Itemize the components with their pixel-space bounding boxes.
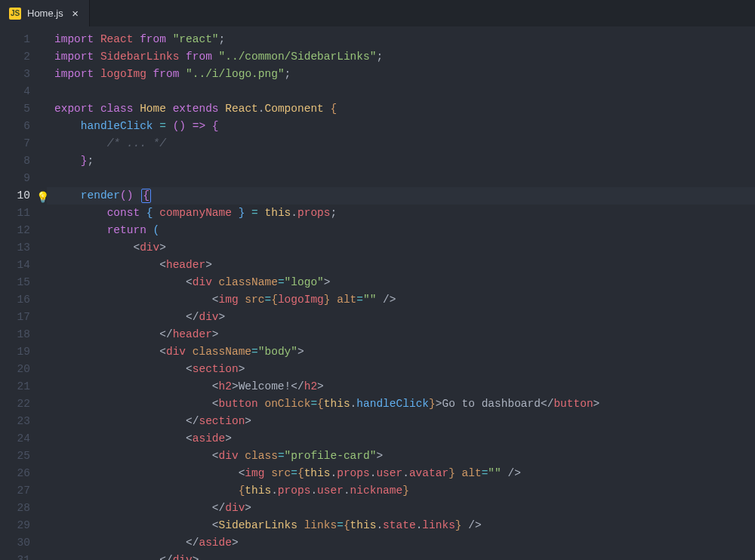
- code-line[interactable]: <div className="logo">: [47, 274, 755, 291]
- token: .: [310, 485, 317, 497]
- token: "../i/logo.png": [186, 68, 285, 80]
- token: from: [140, 33, 166, 45]
- file-tab[interactable]: JS Home.js ×: [0, 0, 90, 26]
- token: this: [264, 207, 291, 219]
- token: }: [455, 519, 462, 531]
- code-line[interactable]: handleClick = () => {: [47, 118, 755, 135]
- line-number: 4: [0, 83, 30, 100]
- token: [455, 467, 462, 479]
- token: aside: [193, 432, 226, 445]
- code-line[interactable]: </div>: [47, 552, 755, 560]
- token: >: [205, 259, 212, 271]
- token: [264, 467, 271, 479]
- code-line[interactable]: </div>: [47, 309, 755, 326]
- token: [212, 276, 219, 288]
- code-line[interactable]: import logoImg from "../i/logo.png";: [47, 66, 755, 83]
- token: .: [271, 485, 278, 497]
- token: }: [81, 155, 88, 167]
- token: >: [297, 346, 304, 358]
- token: "": [488, 467, 501, 479]
- token: <: [159, 346, 166, 358]
- token: (: [120, 189, 127, 202]
- code-line[interactable]: export class Home extends React.Componen…: [47, 100, 755, 118]
- token: {: [344, 519, 350, 531]
- token: ;: [88, 155, 94, 167]
- token: "../common/SidebarLinks": [219, 51, 377, 63]
- code-line[interactable]: <img src={logoImg} alt="" />: [47, 291, 755, 309]
- token: class: [100, 103, 134, 115]
- code-line[interactable]: render() {: [47, 187, 755, 205]
- token: [54, 398, 212, 410]
- token: [324, 103, 331, 115]
- token: >: [232, 537, 239, 549]
- token: logoImg: [278, 294, 324, 306]
- token: <: [186, 432, 193, 445]
- code-line[interactable]: <SidebarLinks links={this.state.links} /…: [47, 517, 755, 534]
- token: =: [278, 276, 285, 288]
- code-line[interactable]: <div>: [47, 239, 755, 257]
- code-line[interactable]: </div>: [47, 500, 755, 517]
- token: src: [271, 467, 291, 479]
- token: [54, 537, 186, 549]
- token: <: [212, 519, 219, 531]
- token: ;: [219, 33, 226, 45]
- token: from: [153, 68, 180, 80]
- token: </: [291, 380, 304, 392]
- code-area[interactable]: import React from "react";import Sidebar…: [47, 26, 755, 560]
- token: [54, 276, 186, 288]
- token: {: [331, 103, 337, 115]
- token: </: [159, 328, 172, 340]
- code-line[interactable]: <aside>: [47, 430, 755, 448]
- token: .: [376, 519, 383, 531]
- token: "profile-card": [285, 450, 377, 462]
- code-line[interactable]: import React from "react";: [47, 31, 755, 48]
- token: />: [462, 519, 482, 531]
- code-line[interactable]: <header>: [47, 257, 755, 274]
- token: avatar: [409, 467, 448, 479]
- code-line[interactable]: <img src={this.props.user.avatar} alt=""…: [47, 465, 755, 482]
- code-line[interactable]: <section>: [47, 361, 755, 378]
- code-line[interactable]: [47, 83, 755, 100]
- code-line[interactable]: };: [47, 152, 755, 170]
- token: img: [245, 467, 264, 479]
- code-line[interactable]: <button onClick={this.handleClick}>Go to…: [47, 395, 755, 413]
- token: nickname: [350, 485, 403, 497]
- line-number: 25: [0, 448, 30, 465]
- token: .: [350, 398, 357, 410]
- line-number: 29: [0, 517, 30, 534]
- token: .: [258, 103, 265, 115]
- token: {: [271, 294, 278, 306]
- token: Welcome!: [239, 380, 291, 392]
- close-icon[interactable]: ×: [69, 8, 82, 20]
- code-line[interactable]: <h2>Welcome!</h2>: [47, 378, 755, 395]
- line-number: 22: [0, 395, 30, 413]
- token: [54, 363, 186, 375]
- token: [133, 103, 140, 115]
- code-line[interactable]: </header>: [47, 326, 755, 343]
- tab-filename: Home.js: [27, 8, 63, 19]
- token: const: [107, 207, 140, 219]
- code-line[interactable]: import SidebarLinks from "../common/Side…: [47, 48, 755, 66]
- token: >: [219, 311, 226, 323]
- code-line[interactable]: {this.props.user.nickname}: [47, 482, 755, 500]
- code-line[interactable]: const { companyName } = this.props;: [47, 205, 755, 222]
- token: >: [593, 398, 600, 410]
- code-line[interactable]: <div className="body">: [47, 343, 755, 361]
- code-line[interactable]: /* ... */: [47, 135, 755, 152]
- code-line[interactable]: return (: [47, 222, 755, 239]
- line-number: 2: [0, 48, 30, 66]
- token: logoImg: [100, 68, 146, 80]
- token: props: [297, 207, 331, 219]
- code-line[interactable]: </section>: [47, 413, 755, 430]
- token: <: [212, 294, 219, 306]
- code-line[interactable]: </aside>: [47, 534, 755, 552]
- token: Component: [265, 103, 324, 115]
- code-line[interactable]: [47, 170, 755, 187]
- line-number: 7: [0, 135, 30, 152]
- token: [54, 207, 107, 219]
- matching-brace-highlight: {: [141, 189, 151, 203]
- code-line[interactable]: <div class="profile-card">: [47, 448, 755, 465]
- line-number: 10💡: [0, 187, 30, 205]
- line-number: 27: [0, 482, 30, 500]
- token: </: [159, 554, 172, 560]
